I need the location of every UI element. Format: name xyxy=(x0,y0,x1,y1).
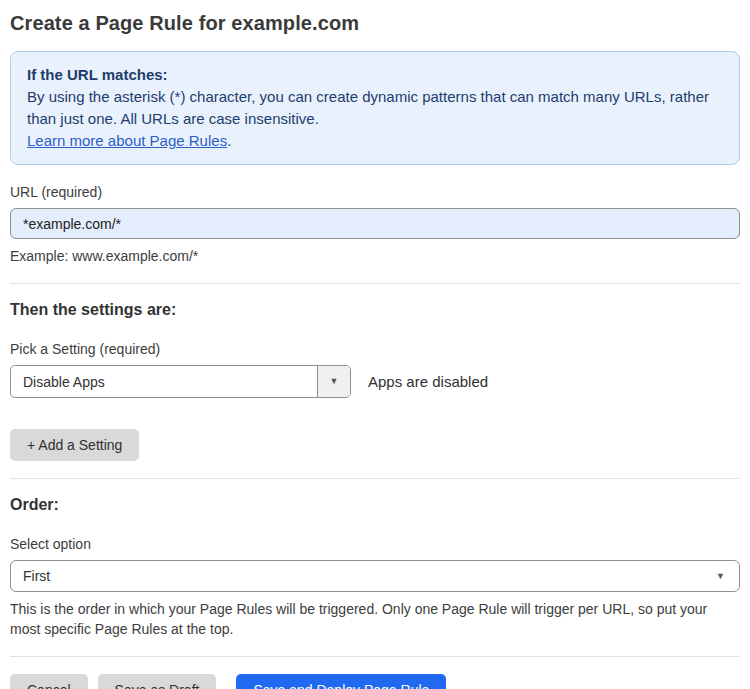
link-period: . xyxy=(227,132,231,149)
page-rule-form: Create a Page Rule for example.com If th… xyxy=(0,0,750,689)
chevron-down-icon: ▼ xyxy=(716,572,725,581)
divider-before-footer xyxy=(10,656,740,657)
url-input[interactable] xyxy=(10,208,740,239)
divider-after-url xyxy=(10,283,740,284)
setting-row: Disable Apps ▼ Apps are disabled xyxy=(10,365,740,398)
url-field-section: URL (required) Example: www.example.com/… xyxy=(10,184,740,266)
select-option-label: Select option xyxy=(10,536,740,552)
settings-heading: Then the settings are: xyxy=(10,301,740,319)
order-section: Order: Select option First ▼ This is the… xyxy=(10,496,740,639)
url-matches-info-box: If the URL matches: By using the asteris… xyxy=(10,51,740,165)
info-box-link-line: Learn more about Page Rules. xyxy=(27,130,723,152)
pick-setting-label: Pick a Setting (required) xyxy=(10,341,740,357)
setting-status-text: Apps are disabled xyxy=(368,373,488,390)
url-example-helper: Example: www.example.com/* xyxy=(10,246,740,266)
info-box-body: By using the asterisk (*) character, you… xyxy=(27,86,723,130)
setting-select-arrow-button[interactable]: ▼ xyxy=(317,366,350,397)
save-and-deploy-button[interactable]: Save and Deploy Page Rule xyxy=(236,674,446,689)
learn-more-link[interactable]: Learn more about Page Rules xyxy=(27,132,227,149)
cancel-button[interactable]: Cancel xyxy=(10,674,88,689)
settings-section: Then the settings are: Pick a Setting (r… xyxy=(10,301,740,461)
setting-select-value: Disable Apps xyxy=(11,366,317,397)
order-helper-text: This is the order in which your Page Rul… xyxy=(10,599,740,639)
add-setting-button[interactable]: + Add a Setting xyxy=(10,429,139,461)
chevron-down-icon: ▼ xyxy=(330,377,339,386)
save-as-draft-button[interactable]: Save as Draft xyxy=(98,674,217,689)
url-field-label: URL (required) xyxy=(10,184,740,200)
order-select-value: First xyxy=(23,568,716,584)
setting-select[interactable]: Disable Apps ▼ xyxy=(10,365,351,398)
order-select[interactable]: First ▼ xyxy=(10,560,740,592)
divider-after-settings xyxy=(10,478,740,479)
footer-actions: Cancel Save as Draft Save and Deploy Pag… xyxy=(10,674,740,689)
info-box-heading: If the URL matches: xyxy=(27,64,723,86)
page-title: Create a Page Rule for example.com xyxy=(10,12,740,35)
order-heading: Order: xyxy=(10,496,740,514)
